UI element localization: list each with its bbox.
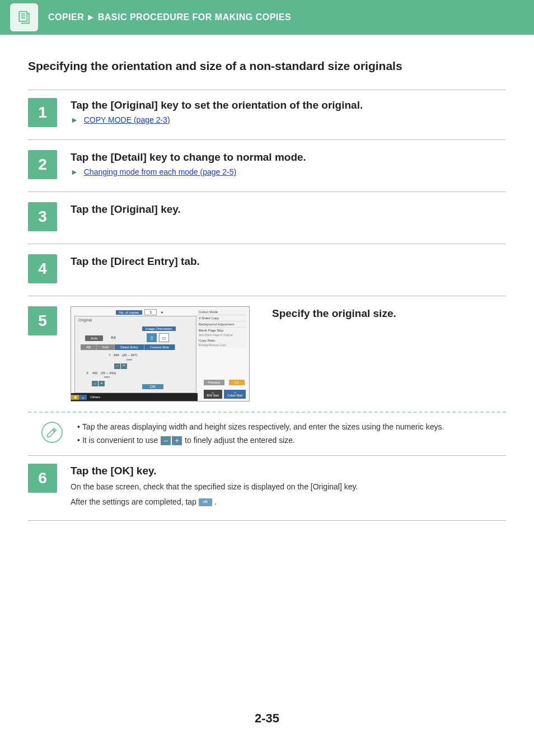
link-arrow-icon: ►: [71, 167, 78, 176]
divider: [28, 455, 506, 456]
x-adjust-buttons: –+: [92, 381, 105, 386]
step-number-3: 3: [28, 202, 57, 231]
side-2-sided[interactable]: 2-Sided Copy: [198, 315, 247, 321]
y-value[interactable]: 294: [114, 353, 119, 357]
divider: [28, 139, 506, 140]
side-blank-skip[interactable]: Blank Page Skip: [198, 328, 247, 333]
ui-screenshot: No. of copies 1 ▸ OK Original Image Orie…: [71, 306, 250, 402]
tip-block: •Tap the areas displaying width and heig…: [28, 421, 506, 447]
y-minus-button[interactable]: –: [114, 363, 120, 369]
x-minus-button[interactable]: –: [92, 381, 98, 386]
side-bg-adjust[interactable]: Background Adjustment: [198, 321, 247, 328]
x-plus-button[interactable]: +: [99, 381, 105, 386]
step-number-2: 2: [28, 150, 57, 179]
step-2-title: Tap the [Detail] key to change to normal…: [71, 150, 506, 165]
image-orientation-label: Image Orientation: [142, 326, 176, 331]
ok-button-panel[interactable]: OK: [142, 384, 163, 389]
step-6-body-1: On the base screen, check that the speci…: [71, 480, 506, 493]
tip-2-text-a: It is convenient to use: [82, 436, 160, 445]
side-colour-mode[interactable]: Colour Mode: [198, 309, 247, 315]
orientation-landscape-button[interactable]: ▭: [159, 333, 169, 342]
original-label: Original: [78, 318, 92, 322]
bw-start-button[interactable]: ◇B/W Start: [204, 390, 222, 399]
x-unit: mm: [104, 375, 110, 379]
y-adjust-buttons: –+: [114, 363, 128, 369]
tab-inch[interactable]: Inch: [97, 344, 115, 350]
copier-icon: [10, 3, 38, 31]
tip-2-text-b: to finely adjust the entered size.: [185, 436, 295, 445]
bullet: •: [77, 436, 80, 445]
tip-1-text: Tap the areas displaying width and heigh…: [82, 422, 444, 431]
y-range: (25 ~ 297): [122, 353, 138, 357]
divider: [28, 90, 506, 90]
dashed-divider: [28, 412, 506, 413]
divider: [28, 520, 506, 521]
orientation-portrait-button[interactable]: ▯: [147, 333, 157, 342]
tab-ab[interactable]: AB: [81, 344, 97, 350]
step-number-5: 5: [28, 306, 57, 335]
ca-button[interactable]: CA: [229, 380, 245, 385]
copy-mode-link[interactable]: COPY MODE (page 2-3): [84, 115, 170, 124]
colour-start-button[interactable]: ◇Colour Start: [224, 390, 246, 399]
step-number-6: 6: [28, 464, 57, 493]
step-number-4: 4: [28, 254, 57, 283]
step-4-title: Tap the [Direct Entry] tab.: [71, 254, 506, 269]
side-ratio-sub: Enlarge/Reduce Copy: [198, 343, 247, 348]
step-6-body-2a: After the settings are completed, tap: [71, 497, 199, 506]
changing-mode-link[interactable]: Changing mode from each mode (page 2-5): [84, 167, 236, 176]
pencil-icon: [41, 422, 63, 443]
y-plus-button[interactable]: +: [121, 363, 127, 369]
y-unit: mm: [127, 358, 132, 361]
tab-custom-size[interactable]: Custom Size: [144, 344, 175, 350]
copies-value[interactable]: 1: [144, 309, 157, 315]
side-menu: Colour Mode 2-Sided Copy Background Adju…: [198, 309, 247, 348]
step-5-title: Specify the original size.: [272, 306, 396, 321]
copies-label: No. of copies: [116, 310, 142, 315]
divider: [28, 244, 506, 244]
step-6-title: Tap the [OK] key.: [71, 464, 506, 479]
preview-button[interactable]: Preview: [204, 380, 224, 385]
bullet: •: [77, 422, 80, 431]
expand-icon[interactable]: ▸: [161, 310, 163, 315]
mini-adjust-buttons: –+: [160, 436, 182, 445]
size-tabs: AB Inch Direct Entry Custom Size: [81, 344, 175, 350]
minus-icon: –: [161, 436, 171, 445]
original-panel: Original Image Orientation ▯ ▭ Auto A4 A…: [74, 316, 196, 393]
x-label: X: [86, 371, 88, 375]
chevron-down-icon[interactable]: ⌄: [79, 395, 87, 400]
step-number-1: 1: [28, 98, 57, 127]
bottom-bar: ★ ⌄ Others: [71, 393, 198, 401]
tab-direct-entry[interactable]: Direct Entry: [115, 344, 144, 350]
x-range: (25 ~ 432): [101, 371, 116, 375]
breadcrumb-part-1[interactable]: COPIER: [48, 12, 84, 22]
a4-label: A4: [111, 335, 116, 339]
divider: [28, 296, 506, 296]
auto-button[interactable]: Auto: [85, 335, 103, 341]
document-stack-icon: [16, 10, 32, 25]
step-6-body-2b: .: [214, 497, 217, 506]
others-button[interactable]: Others: [90, 395, 100, 399]
link-arrow-icon: ►: [71, 115, 78, 124]
side-blank-sub: Skip Blank Page in Original: [198, 333, 247, 338]
side-copy-ratio[interactable]: Copy Ratio: [198, 338, 247, 343]
section-title: Specifying the orientation and size of a…: [28, 59, 506, 73]
breadcrumb-separator: ►: [86, 12, 95, 22]
header-bar: COPIER ► BASIC PROCEDURE FOR MAKING COPI…: [0, 0, 534, 35]
y-label: Y: [109, 353, 111, 357]
step-1-title: Tap the [Original] key to set the orient…: [71, 98, 506, 113]
page-number: 2-35: [28, 711, 506, 743]
step-3-title: Tap the [Original] key.: [71, 202, 506, 217]
divider: [28, 192, 506, 192]
breadcrumb-part-2[interactable]: BASIC PROCEDURE FOR MAKING COPIES: [98, 12, 291, 22]
favorite-icon[interactable]: ★: [71, 395, 79, 400]
x-value[interactable]: 432: [92, 371, 98, 375]
plus-icon: +: [172, 436, 182, 445]
ok-icon: ok: [199, 498, 212, 506]
size-entry-area: Y 294 (25 ~ 297) mm –+ X 432 (25 ~ 432): [86, 353, 137, 386]
